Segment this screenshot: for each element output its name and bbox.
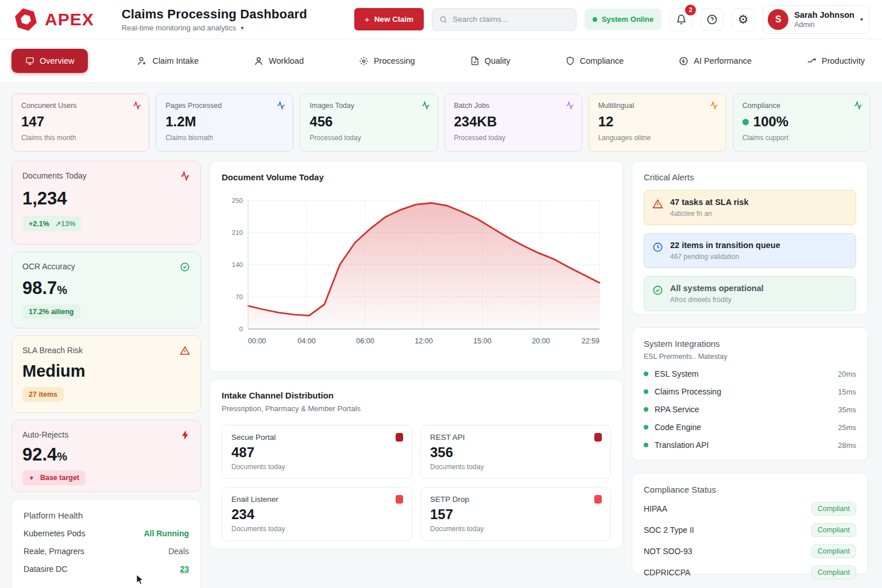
system-integrations-card: System Integrations ESL Prerments.. Mate… [632, 327, 868, 461]
svg-text:04:00: 04:00 [297, 337, 315, 345]
row-label: Kubernetes Pods [24, 529, 85, 538]
kpi-label: OCR Accuracy [22, 262, 75, 271]
system-status-label: System Online [602, 15, 653, 24]
svg-text:210: 210 [232, 229, 243, 236]
svg-text:15:00: 15:00 [473, 337, 491, 345]
status-badge: Compliant [811, 523, 856, 537]
framework-name: CDPRICCPA [644, 568, 690, 577]
check-circle-icon [652, 285, 663, 296]
alert-sla-risk: 47 tasks at SLA risk 4abctee fn an [644, 190, 856, 225]
user-plus-icon [137, 56, 147, 66]
monitor-icon [25, 56, 34, 65]
channel-sub: Documents today [430, 463, 601, 471]
integration-name: ESL System [655, 369, 699, 378]
gear-icon: ⚙ [738, 13, 749, 25]
trend-icon [807, 56, 817, 66]
app-header: APEX Claims Processing Dashboard Real-ti… [0, 0, 882, 39]
integration-latency: 35ms [838, 405, 856, 414]
kpi-badge: 17.2% ailieng [22, 304, 80, 319]
platform-health-row: Reale, Prnagrers Deals [24, 547, 189, 556]
kpi-badge: ▼ Base target [22, 470, 86, 485]
tab-compliance[interactable]: Compliance [560, 49, 630, 72]
middle-column: Document Volume Today 07014021025000:000… [210, 161, 623, 549]
activity-icon [180, 171, 190, 181]
avatar: S [768, 9, 788, 30]
tab-label: Claim Intake [152, 56, 199, 65]
tab-workload[interactable]: Workload [248, 49, 310, 73]
tab-label: Quality [485, 56, 510, 65]
tab-quality[interactable]: Quality [465, 49, 516, 72]
kpi-value: 98.7 [22, 278, 57, 298]
logo-text: APEX [45, 10, 94, 29]
channel-dot-icon [396, 433, 403, 442]
integration-row: Translation API28ms [644, 440, 856, 450]
card-subtitle: Pressription, Pharmacy & Member Portals [222, 404, 611, 413]
green-dot-icon [644, 425, 648, 430]
card-title: Compliance Status [644, 485, 856, 494]
settings-button[interactable]: ⚙ [732, 8, 755, 31]
badge-label: Base target [40, 474, 79, 482]
stat-card-images-today: Images Today 456 Processed today [300, 94, 438, 152]
critical-alerts-card: Critical Alerts 47 tasks at SLA risk 4ab… [632, 161, 868, 315]
system-status-badge: System Online [585, 9, 662, 30]
channel-name: Enail Listener [231, 495, 403, 504]
svg-text:00:00: 00:00 [248, 337, 266, 345]
channel-sub: Documents today [430, 525, 601, 533]
channel-dot-icon [396, 495, 403, 504]
stat-value: 147 [21, 114, 140, 130]
channel-sub: Documents today [231, 525, 403, 533]
bell-icon [676, 14, 687, 25]
platform-health-row: Datasire DC 23 [24, 564, 189, 574]
user-profile-menu[interactable]: S Sarah Johnson Admin ▾ [763, 5, 869, 34]
help-button[interactable] [701, 8, 724, 31]
tab-ai-performance[interactable]: AI Performance [673, 49, 757, 73]
tab-claim-intake[interactable]: Claim Intake [131, 49, 204, 73]
integration-row: RPA Service35ms [644, 405, 856, 414]
right-column: Critical Alerts 47 tasks at SLA risk 4ab… [632, 161, 868, 574]
row-value-link[interactable]: 23 [180, 564, 189, 574]
tab-processing[interactable]: Processing [353, 49, 421, 73]
channel-dot-icon [594, 433, 602, 442]
activity-icon [133, 101, 141, 112]
search-input[interactable] [452, 15, 569, 24]
alert-sub: Afros dmeets frodity [670, 296, 764, 304]
channel-value: 157 [430, 506, 601, 523]
green-dot-icon [644, 389, 648, 394]
chevron-down-icon[interactable]: ▾ [241, 25, 243, 31]
alert-title: 47 tasks at SLA risk [670, 198, 748, 207]
framework-name: HIPAA [644, 504, 667, 513]
tab-productivity[interactable]: Productivity [801, 49, 871, 73]
integration-latency: 15ms [838, 388, 856, 396]
notifications-button[interactable]: 2 [670, 8, 693, 31]
stat-sub: Claims bisrnath [165, 134, 284, 142]
card-subtitle: ESL Prerments.. Matestay [644, 353, 856, 361]
kpi-badge: 27 items [22, 387, 64, 402]
card-title: Platform Health [24, 510, 189, 520]
stat-label: Concunent Users [21, 102, 140, 110]
zap-circle-icon [679, 56, 688, 66]
alert-triangle-icon [652, 199, 663, 210]
tab-overview[interactable]: Overview [11, 49, 88, 73]
search-box[interactable] [432, 8, 577, 31]
activity-icon [277, 101, 285, 112]
page-title: Claims Processing Dashboard [122, 7, 307, 22]
status-badge: Compliant [811, 544, 856, 558]
channel-name: Secue Portal [231, 433, 403, 442]
hexagon-logo-icon [13, 6, 39, 33]
delta-sub: ↗13% [55, 219, 76, 228]
compliance-status-card: Compliance Status HIPAACompliant SOC 2 T… [632, 473, 868, 574]
integration-name: Translation API [655, 440, 709, 450]
stat-card-compliance: Compliance 100% Claims cupport [733, 94, 871, 152]
alert-triangle-icon [180, 346, 190, 356]
new-claim-button[interactable]: + New Claim [354, 8, 424, 30]
row-value: All Running [144, 529, 189, 538]
platform-health-row: Kubernetes Pods All Running [24, 529, 189, 538]
page-subtitle: Real-time monitoring and analytics [122, 24, 236, 32]
integration-name: Claims Processing [655, 387, 721, 396]
mouse-cursor [136, 574, 145, 586]
channel-sub: Documents today [231, 463, 403, 471]
channel-tile-secure-portal: Secue Portal 487 Documents today [222, 425, 412, 479]
row-value: Deals [168, 547, 189, 556]
kpi-badge: +2.1% ↗13% [22, 216, 82, 231]
stat-value: 12 [598, 114, 717, 130]
